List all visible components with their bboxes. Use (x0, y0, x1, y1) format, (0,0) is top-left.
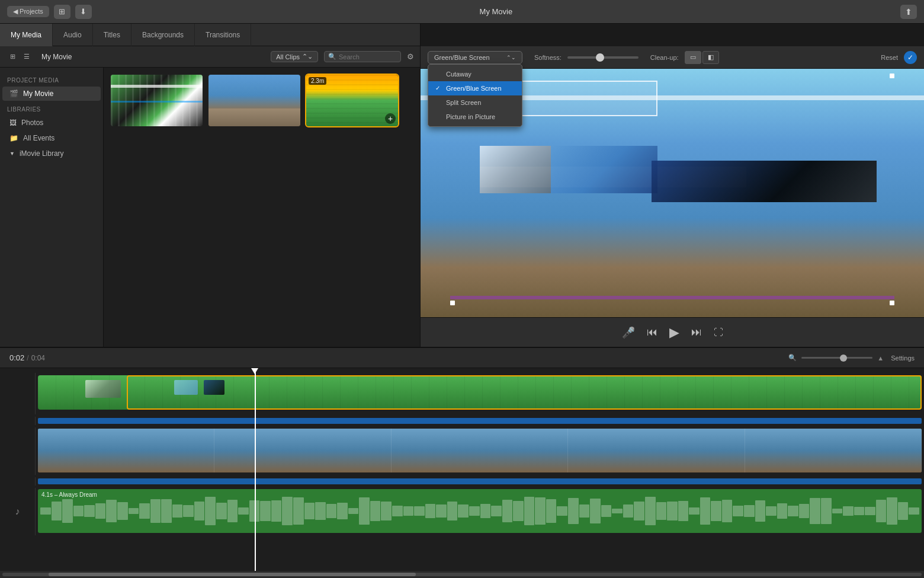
tab-titles[interactable]: Titles (93, 24, 131, 46)
tab-backgrounds[interactable]: Backgrounds (131, 24, 195, 46)
music-bar-track (0, 477, 924, 486)
zoom-slider[interactable] (801, 357, 872, 359)
preview-handle-bl[interactable] (450, 301, 455, 305)
preview-handle-tr[interactable] (890, 74, 894, 78)
media-grid: 2.3m + (104, 68, 420, 347)
play-icon: ▶ (669, 325, 679, 340)
zoom-in-icon: ▲ (877, 355, 884, 362)
music-track-handle: ♪ (0, 488, 36, 535)
music-track-row: ♪ 4.1s – Always Dream (0, 488, 924, 535)
video-track-content (36, 373, 924, 414)
timeline-area: 0:02 / 0:04 🔍 ▲ Settings (0, 347, 924, 578)
softness-slider[interactable] (567, 56, 639, 59)
scrollbar-thumb[interactable] (49, 573, 416, 576)
total-time-display: 0:04 (31, 354, 45, 362)
video-audio-bar (38, 418, 922, 424)
search-input[interactable] (339, 53, 392, 60)
zoom-out-icon: 🔍 (788, 354, 797, 362)
play-button[interactable]: ▶ (669, 325, 679, 340)
preview-glitch-rect-1 (480, 146, 551, 193)
playhead (255, 368, 256, 571)
overlay-type-button[interactable]: Green/Blue Screen ⌃⌄ (428, 51, 522, 64)
playhead-triangle (251, 368, 258, 374)
effect-controls-bar: Green/Blue Screen ⌃⌄ Cutaway ✓ Green/Blu… (421, 46, 924, 69)
share-button[interactable]: ⬆ (900, 5, 917, 19)
tab-transitions[interactable]: Transitions (195, 24, 251, 46)
cleanup-label: Clean-up: (650, 54, 679, 61)
overlay-option-cutaway[interactable]: Cutaway (428, 67, 522, 81)
clip-filter-dropdown[interactable]: All Clips ⌃⌄ (271, 51, 318, 62)
left-panel: My Media Audio Titles Backgrounds Transi… (0, 24, 421, 347)
video-audio-track (0, 417, 924, 425)
microphone-icon: 🎤 (622, 326, 635, 339)
view-toggle: ⊞ ☰ (6, 50, 33, 63)
titlebar-left: ◀ Projects ⊞ ⬇ (7, 5, 92, 19)
events-icon: 📁 (9, 134, 18, 142)
tabbar: My Media Audio Titles Backgrounds Transi… (0, 24, 420, 46)
sidebar-item-all-events[interactable]: 📁 All Events (2, 131, 101, 145)
sidebar-item-my-movie[interactable]: 🎬 My Movie (2, 87, 101, 101)
rewind-button[interactable]: ⏮ (647, 326, 657, 339)
timeline-settings-button[interactable]: Settings (891, 355, 915, 362)
clip-filter-label: All Clips (276, 53, 300, 60)
coastal-track-content (36, 427, 924, 475)
timeline-header: 0:02 / 0:04 🔍 ▲ Settings (0, 348, 924, 368)
music-bar-handle (0, 477, 36, 486)
clip-filter-arrow: ⌃⌄ (302, 53, 313, 60)
right-panel: ✦ ▣ ◉ ◈ ▤ ⬛ 🔊 ||| (421, 24, 924, 347)
skip-forward-button[interactable]: ⏭ (691, 326, 702, 339)
search-icon: 🔍 (328, 53, 336, 60)
movie-icon: 🎬 (9, 90, 18, 98)
list-view-button[interactable]: ☰ (20, 50, 33, 63)
tab-audio[interactable]: Audio (53, 24, 93, 46)
zoom-control: 🔍 ▲ (788, 354, 884, 362)
coastal-track-handle (0, 427, 36, 475)
check-active-icon: ✓ (435, 85, 442, 91)
music-track-content: 4.1s – Always Dream (36, 488, 924, 535)
media-settings-button[interactable]: ⚙ (407, 52, 414, 61)
microphone-button[interactable]: 🎤 (622, 326, 635, 339)
titlebar: ◀ Projects ⊞ ⬇ My Movie ⬆ (0, 0, 924, 24)
cleanup-btn-2[interactable]: ◧ (702, 51, 719, 64)
preview-handle-br[interactable] (890, 301, 894, 305)
sidebar-all-events-label: All Events (23, 134, 54, 142)
media-clip-1-thumbnail (111, 75, 203, 126)
media-browser-header: ⊞ ☰ My Movie All Clips ⌃⌄ 🔍 ⚙ (0, 46, 420, 68)
media-clip-3[interactable]: 2.3m + (306, 75, 398, 126)
grid-view-button[interactable]: ⊞ (6, 50, 19, 63)
sidebar-item-imovie-library[interactable]: ▼ iMovie Library (2, 146, 101, 161)
timeline-tracks: ♪ 4.1s – Always Dream (0, 368, 924, 571)
media-clip-1[interactable] (111, 75, 203, 126)
clip-3-add-button[interactable]: + (385, 113, 396, 124)
media-clip-2[interactable] (208, 75, 300, 126)
media-browser-title: My Movie (41, 53, 72, 61)
time-separator: / (27, 354, 28, 362)
layout-toggle-button[interactable]: ⊞ (54, 5, 70, 19)
overlay-option-green-blue-label: Green/Blue Screen (446, 85, 502, 92)
sidebar: PROJECT MEDIA 🎬 My Movie LIBRARIES 🖼 Pho… (0, 68, 104, 347)
projects-button[interactable]: ◀ Projects (7, 6, 49, 17)
overlay-option-split-screen[interactable]: Split Screen (428, 95, 522, 110)
sidebar-item-photos[interactable]: 🖼 Photos (2, 116, 101, 130)
media-content-area: PROJECT MEDIA 🎬 My Movie LIBRARIES 🖼 Pho… (0, 68, 420, 347)
fullscreen-button[interactable]: ⛶ (714, 327, 723, 338)
sidebar-photos-label: Photos (21, 119, 43, 127)
tab-my-media[interactable]: My Media (0, 24, 53, 46)
video-track-handle (0, 373, 36, 414)
overlay-option-pip[interactable]: Picture in Picture (428, 110, 522, 124)
music-note-icon: ♪ (15, 506, 20, 517)
window-title: My Movie (480, 7, 513, 16)
green-clip[interactable] (38, 375, 922, 410)
overlay-option-split-screen-label: Split Screen (446, 99, 481, 106)
overlay-option-green-blue[interactable]: ✓ Green/Blue Screen (428, 81, 522, 95)
download-button[interactable]: ⬇ (75, 5, 92, 19)
dropdown-arrow-icon: ⌃⌄ (506, 55, 516, 60)
scrollbar-track (2, 573, 922, 576)
media-clip-2-thumbnail (208, 75, 300, 126)
music-clip[interactable]: 4.1s – Always Dream (38, 489, 922, 533)
coastal-clip[interactable] (38, 429, 922, 472)
fullscreen-icon: ⛶ (714, 327, 723, 338)
confirm-button[interactable]: ✓ (904, 51, 917, 64)
reset-button[interactable]: Reset (881, 54, 898, 61)
cleanup-btn-1[interactable]: ▭ (685, 51, 701, 64)
